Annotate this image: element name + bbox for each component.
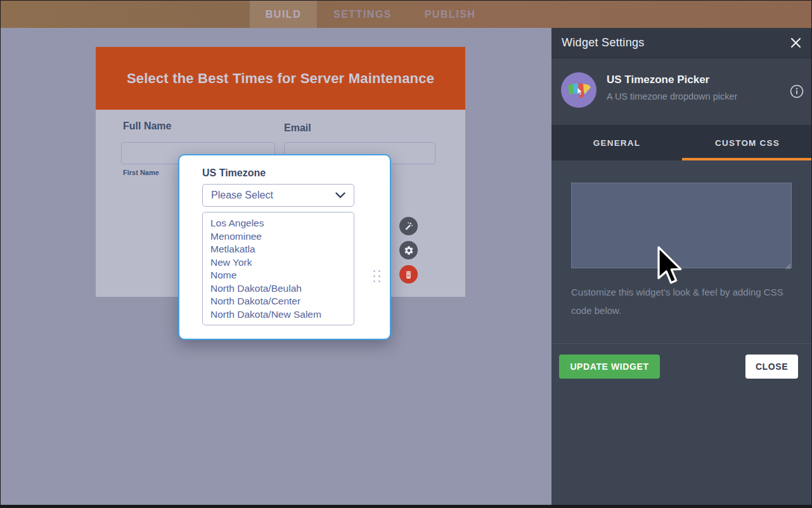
us-timezone-widget-icon: [561, 72, 596, 108]
top-navigation-bar: BUILD SETTINGS PUBLISH: [1, 1, 811, 28]
panel-footer: UPDATE WIDGET CLOSE: [551, 343, 812, 505]
us-timezone-select[interactable]: Please Select: [202, 184, 354, 207]
delete-field-button[interactable]: [399, 265, 418, 283]
timezone-option[interactable]: North Dakota/Beulah: [210, 282, 354, 296]
chevron-down-icon: [335, 192, 345, 199]
first-name-sublabel: First Name: [123, 169, 159, 176]
timezone-option[interactable]: Los Angeles: [210, 217, 354, 230]
magic-wand-icon: [404, 221, 413, 231]
full-name-label: Full Name: [123, 120, 171, 132]
form-canvas: Select the Best Times for Server Mainten…: [1, 28, 551, 505]
window-bottom-edge: [1, 505, 812, 508]
panel-close-button[interactable]: [789, 36, 802, 50]
timezone-option[interactable]: Menominee: [210, 230, 354, 244]
us-timezone-label: US Timezone: [202, 167, 266, 179]
widget-settings-panel: Widget Settings US Timezone Picker A: [551, 28, 812, 505]
email-label: Email: [284, 122, 311, 134]
widget-name: US Timezone Picker: [607, 74, 709, 86]
us-timezone-select-value: Please Select: [211, 190, 335, 201]
magic-wand-button[interactable]: [399, 217, 418, 235]
tab-publish[interactable]: PUBLISH: [413, 1, 487, 28]
field-settings-button[interactable]: [399, 241, 418, 259]
widget-info-button[interactable]: [789, 84, 804, 99]
us-timezone-widget-popup: US Timezone Please Select Los Angeles Me…: [178, 154, 391, 340]
form-builder-app: BUILD SETTINGS PUBLISH Select the Best T…: [0, 0, 812, 508]
timezone-option[interactable]: New York: [210, 256, 354, 270]
css-help-text: Customize this widget's look & feel by a…: [571, 283, 794, 320]
panel-tab-bar: GENERAL CUSTOM CSS: [551, 125, 812, 160]
tab-general[interactable]: GENERAL: [551, 125, 682, 160]
us-timezone-listbox[interactable]: Los Angeles Menominee Metlakatla New Yor…: [202, 212, 354, 325]
close-button[interactable]: CLOSE: [745, 355, 798, 379]
panel-header: Widget Settings: [551, 28, 812, 58]
tab-settings[interactable]: SETTINGS: [321, 1, 404, 28]
trash-icon: [404, 270, 413, 279]
update-widget-button[interactable]: UPDATE WIDGET: [559, 355, 660, 379]
custom-css-content: Customize this widget's look & feel by a…: [551, 160, 812, 343]
timezone-option[interactable]: North Dakota/Center: [210, 295, 354, 308]
css-code-textarea[interactable]: [571, 183, 792, 268]
tab-custom-css[interactable]: CUSTOM CSS: [682, 125, 812, 160]
gear-icon: [404, 245, 414, 256]
form-title: Select the Best Times for Server Mainten…: [127, 70, 434, 87]
timezone-option[interactable]: Nome: [210, 269, 354, 282]
timezone-option[interactable]: North Dakota/New Salem: [210, 308, 354, 322]
close-icon: [790, 37, 801, 48]
panel-title: Widget Settings: [562, 36, 789, 49]
timezone-option[interactable]: Metlakatla: [210, 243, 354, 256]
widget-description: A US timezone dropdown picker: [607, 91, 737, 101]
drag-handle[interactable]: [373, 270, 381, 283]
widget-info-section: US Timezone Picker A US timezone dropdow…: [551, 58, 812, 125]
tab-build[interactable]: BUILD: [250, 1, 317, 28]
info-icon: [790, 84, 804, 98]
form-header: Select the Best Times for Server Mainten…: [96, 47, 465, 110]
